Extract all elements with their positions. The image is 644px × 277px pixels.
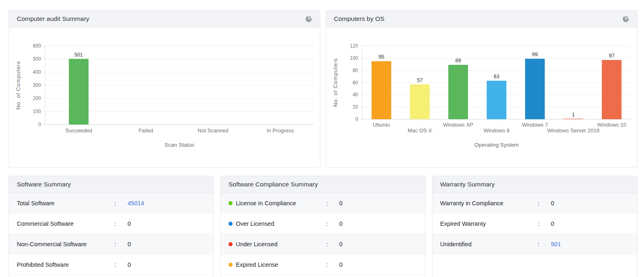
row-colon: :: [114, 200, 128, 207]
y-tick-label: 400: [33, 69, 41, 75]
bar-value-label: 1: [572, 112, 575, 118]
x-category-label: Mac OS X: [408, 127, 432, 134]
row-colon: :: [326, 220, 339, 227]
x-category-label: Not Scanned: [198, 127, 228, 134]
panel-title: Computer audit Summary: [17, 15, 89, 23]
row-value-link[interactable]: 501: [551, 241, 629, 247]
row-value: 0: [128, 261, 206, 268]
row-value: 0: [128, 241, 206, 247]
bar-Windows Server 2019[interactable]: [564, 119, 583, 120]
y-tick-label: 60: [353, 80, 359, 86]
table-row: Under Licensed : 0: [221, 234, 425, 254]
x-category-label: Windows 10: [597, 122, 626, 128]
green-status-dot: [228, 201, 233, 205]
row-label-text: Over Licensed: [236, 220, 274, 227]
table-row: Commercial Software : 0: [9, 213, 213, 234]
row-colon: :: [538, 220, 551, 227]
bar-Windows 7[interactable]: [525, 59, 545, 119]
panel-title: Warranty Summary: [440, 181, 495, 188]
row-label: Expired Warranty: [440, 220, 538, 227]
y-axis-title: No. of Computers: [15, 61, 21, 110]
bar-Mac OS X[interactable]: [410, 84, 429, 119]
red-status-dot: [228, 242, 233, 246]
row-value: 0: [551, 200, 629, 207]
row-value: 0: [128, 220, 206, 227]
bar-Windows XP[interactable]: [448, 65, 468, 119]
row-value: 0: [339, 220, 418, 227]
y-tick-label: 0: [355, 116, 358, 122]
row-colon: :: [326, 261, 339, 268]
row-label: Unidentified: [440, 241, 538, 247]
bar-Windows 8[interactable]: [487, 81, 507, 119]
row-colon: :: [114, 220, 128, 227]
table-row: Prohibited Software : 0: [9, 254, 213, 275]
computer-audit-summary-panel: Computer audit Summary 01002003004005006…: [9, 10, 320, 168]
table-row: Unidentified : 501: [432, 234, 637, 254]
dashboard: Computer audit Summary 01002003004005006…: [0, 0, 644, 277]
row-value: 0: [339, 261, 418, 268]
row-label-text: Expired License: [236, 261, 278, 268]
table-row: Expired Warranty : 0: [432, 213, 637, 234]
x-category-label: Ubuntu: [373, 122, 390, 128]
blue-status-dot: [228, 222, 233, 226]
row-value: 0: [339, 241, 418, 247]
software-compliance-summary-panel: Software Compliance Summary License In C…: [220, 176, 426, 277]
y-tick-label: 120: [350, 43, 358, 49]
row-colon: :: [326, 241, 339, 247]
y-tick-label: 40: [353, 92, 359, 98]
bar-value-label: 501: [74, 52, 83, 58]
bar-value-label: 99: [532, 52, 538, 57]
bar-value-label: 57: [417, 77, 422, 83]
row-value: 0: [551, 220, 629, 227]
row-colon: :: [114, 241, 128, 247]
row-label: License In Compliance: [228, 200, 326, 207]
x-category-label: Windows Server 2019: [547, 127, 599, 134]
computers-by-os-panel: Computers by OS 02040608010012095Ubuntu5…: [326, 10, 637, 168]
x-axis-title: Scan Status: [164, 142, 194, 148]
row-label: Under Licensed: [228, 241, 326, 247]
table-row: License In Compliance : 0: [221, 193, 425, 213]
table-row: Total Software : 45014: [9, 193, 213, 213]
x-category-label: Windows XP: [443, 122, 473, 128]
bar-value-label: 95: [379, 54, 384, 60]
bar-value-label: 97: [609, 53, 614, 59]
bar-value-label: 89: [455, 58, 461, 64]
panel-title: Software Summary: [17, 181, 71, 188]
y-tick-label: 600: [33, 43, 41, 49]
software-compliance-header: Software Compliance Summary: [221, 176, 425, 193]
y-tick-label: 300: [33, 82, 41, 88]
bar-Windows 10[interactable]: [602, 60, 621, 119]
y-tick-label: 0: [38, 122, 41, 127]
top-row: Computer audit Summary 01002003004005006…: [9, 10, 637, 168]
y-tick-label: 500: [33, 56, 41, 62]
row-label: Commercial Software: [17, 220, 114, 227]
row-label: Prohibited Software: [17, 261, 114, 268]
panel-title: Software Compliance Summary: [228, 181, 318, 188]
y-tick-label: 100: [33, 109, 41, 114]
computers-by-os-header: Computers by OS: [326, 11, 637, 27]
y-axis-title: No. of Computers: [332, 58, 338, 107]
row-label: Warranty in Compliance: [440, 200, 538, 207]
table-row: Warranty in Compliance : 0: [432, 193, 637, 213]
y-tick-label: 200: [33, 95, 41, 101]
bar-Succeeded[interactable]: [69, 59, 89, 125]
os-bar-chart: 02040608010012095Ubuntu57Mac OS X89Windo…: [326, 27, 637, 167]
row-label: Over Licensed: [228, 220, 326, 227]
scan-status-bar-chart: 0100200300400500600501SucceededFailedNot…: [9, 27, 320, 167]
panel-title: Computers by OS: [334, 15, 384, 23]
table-row: Expired License : 0: [221, 254, 425, 275]
row-value: 0: [339, 200, 418, 207]
x-category-label: Succeeded: [65, 127, 92, 134]
software-summary-header: Software Summary: [9, 176, 213, 193]
row-value-link[interactable]: 45014: [128, 200, 206, 207]
amber-status-dot: [228, 263, 233, 267]
row-label: Non-Commercial Software: [17, 241, 114, 247]
pie-chart-icon[interactable]: [622, 16, 629, 23]
bar-Ubuntu[interactable]: [372, 61, 391, 119]
warranty-summary-panel: Warranty Summary Warranty in Compliance …: [432, 176, 637, 277]
x-category-label: Failed: [139, 127, 153, 134]
bottom-row: Software Summary Total Software : 45014 …: [9, 176, 637, 277]
pie-chart-icon[interactable]: [305, 16, 312, 23]
y-tick-label: 20: [353, 104, 359, 110]
software-summary-panel: Software Summary Total Software : 45014 …: [9, 176, 214, 277]
